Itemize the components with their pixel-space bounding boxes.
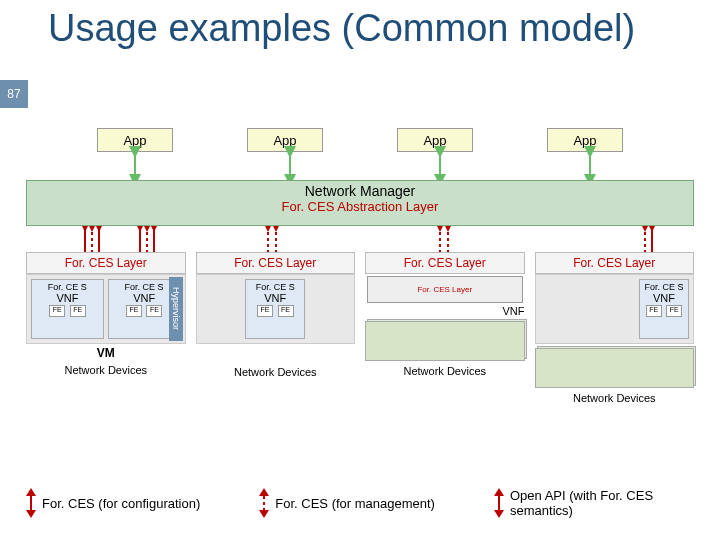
legend-item-config: For. CES (for configuration) [26, 488, 200, 518]
forces-layer-label: For. CES Layer [26, 252, 186, 274]
fe-box: FE [49, 305, 65, 317]
vnf-label: VNF [32, 292, 103, 304]
columns-row: For. CES Layer For. CE S VNF FE FE For. … [26, 252, 694, 404]
vnf-zone: For. CE S VNF FE FE [196, 274, 356, 344]
network-manager-title: Network Manager [27, 183, 693, 199]
network-devices-label: Network Devices [196, 366, 356, 378]
fe-box: FE [70, 305, 86, 317]
vnf-prefix: For. CE S [246, 282, 304, 292]
vm-label: VM [26, 346, 186, 360]
double-arrow-solid-icon [494, 488, 504, 518]
vnf-box: For. CE S VNF FE FE [245, 279, 305, 339]
fe-box: FE [646, 305, 662, 317]
network-manager-box: Network Manager For. CES Abstraction Lay… [26, 180, 694, 226]
app-box: App [397, 128, 473, 152]
page-number: 87 [0, 80, 28, 108]
double-arrow-solid-icon [26, 488, 36, 518]
legend-item-mgmt: For. CES (for management) [259, 488, 435, 518]
app-box: App [547, 128, 623, 152]
vnf-box: For. CE S VNF FE FE [639, 279, 689, 339]
fe-box: FE [146, 305, 162, 317]
vnf-zone: For. CE S VNF FE FE For. CE S VNF FE FE … [26, 274, 186, 344]
fe-box: FE [126, 305, 142, 317]
forces-layer-label: For. CES Layer [535, 252, 695, 274]
slide-title: Usage examples (Common model) [48, 6, 635, 52]
vnf-box: For. CE S VNF FE FE [31, 279, 104, 339]
legend-text: Open API (with For. CES semantics) [510, 488, 694, 518]
network-devices-label: Network Devices [535, 392, 695, 404]
vnf-zone: For. CE S VNF FE FE [535, 274, 695, 344]
network-manager-subtitle: For. CES Abstraction Layer [27, 199, 693, 214]
vnf-side-label: VNF [365, 305, 525, 317]
hardware-node-icon [365, 321, 525, 361]
vnf-prefix: For. CE S [32, 282, 103, 292]
fe-box: FE [666, 305, 682, 317]
column-3: For. CES Layer For. CES Layer VNF Networ… [365, 252, 525, 404]
vnf-label: VNF [640, 292, 688, 304]
app-box: App [247, 128, 323, 152]
column-4: For. CES Layer For. CE S VNF FE FE Netwo… [535, 252, 695, 404]
network-devices-label: Network Devices [26, 364, 186, 376]
apps-row: App App App App [0, 128, 720, 152]
legend-text: For. CES (for management) [275, 496, 435, 511]
app-box: App [97, 128, 173, 152]
legend-item-openapi: Open API (with For. CES semantics) [494, 488, 694, 518]
column-1: For. CES Layer For. CE S VNF FE FE For. … [26, 252, 186, 404]
forces-layer-label: For. CES Layer [365, 252, 525, 274]
forces-layer-label: For. CES Layer [196, 252, 356, 274]
fe-box: FE [278, 305, 294, 317]
legend-row: For. CES (for configuration) For. CES (f… [26, 488, 694, 518]
fe-box: FE [257, 305, 273, 317]
vnf-prefix: For. CE S [640, 282, 688, 292]
hardware-node-icon [535, 348, 695, 388]
column-2: For. CES Layer For. CE S VNF FE FE Netwo… [196, 252, 356, 404]
double-arrow-dashed-icon [259, 488, 269, 518]
vnf-label: VNF [246, 292, 304, 304]
hypervisor-label: Hypervisor [169, 277, 183, 341]
legend-text: For. CES (for configuration) [42, 496, 200, 511]
network-devices-label: Network Devices [365, 365, 525, 377]
forces-mini-layer: For. CES Layer [367, 276, 523, 303]
